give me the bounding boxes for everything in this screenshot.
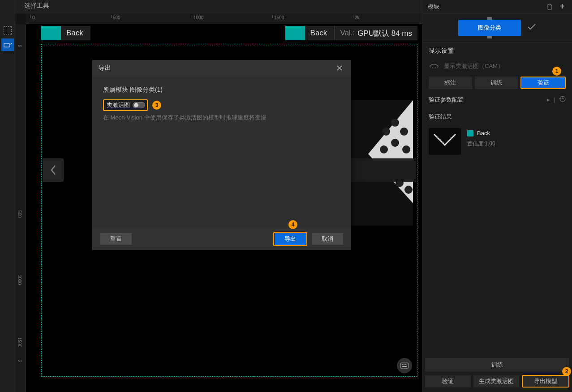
keyboard-icon[interactable]	[397, 358, 412, 373]
class-color-swatch	[285, 26, 305, 40]
show-cam-row[interactable]: 显示类激活图（CAM）	[422, 60, 572, 77]
svg-point-6	[391, 139, 399, 147]
svg-point-5	[382, 128, 390, 136]
history-icon[interactable]	[559, 95, 566, 104]
cancel-button[interactable]: 取消	[312, 233, 343, 245]
class-color-swatch	[41, 26, 61, 40]
svg-point-3	[391, 119, 399, 127]
svg-point-13	[404, 186, 413, 194]
annotation-4: 4	[288, 220, 297, 229]
ruler-vertical: 0 500 1000 1500 2	[15, 24, 26, 392]
reset-button[interactable]: 重置	[100, 233, 132, 245]
svg-rect-15	[402, 364, 403, 365]
annotation-3: 3	[152, 101, 161, 110]
svg-rect-14	[400, 363, 409, 368]
tab-verify[interactable]: 验证	[520, 77, 566, 89]
image-canvas[interactable]: Back Back Val.: GPU默认 84 ms	[26, 24, 422, 392]
divider: |	[554, 96, 555, 103]
svg-point-7	[402, 145, 410, 153]
svg-rect-0	[4, 43, 9, 47]
module-panel-title: 模块	[428, 3, 542, 11]
class-badge-left: Back	[41, 26, 90, 40]
svg-point-20	[437, 136, 439, 138]
ruler-horizontal: 0 500 1000 1500 2k	[26, 13, 422, 24]
export-model-button[interactable]: 导出模型	[522, 375, 569, 388]
eye-off-icon	[429, 63, 439, 69]
module-type-button[interactable]: 图像分类	[458, 20, 521, 36]
svg-point-22	[443, 142, 444, 143]
verify-result-item: Back 置信度:1.00	[422, 124, 572, 159]
trash-icon[interactable]	[545, 2, 554, 11]
svg-point-4	[400, 128, 408, 136]
view-tool-icon[interactable]	[1, 38, 14, 51]
svg-point-21	[440, 139, 441, 141]
tab-train[interactable]: 训练	[475, 77, 518, 89]
train-button[interactable]: 训练	[425, 358, 569, 371]
svg-rect-18	[402, 366, 407, 367]
result-class-label: Back	[477, 130, 490, 136]
canvas-header: 选择工具	[15, 0, 422, 13]
display-settings-header: 显示设置	[422, 42, 572, 60]
cam-toggle[interactable]: 类激活图	[103, 99, 148, 111]
close-icon[interactable]	[334, 63, 345, 73]
annotation-2: 2	[562, 367, 571, 376]
svg-rect-17	[405, 364, 406, 365]
left-toolbar	[0, 0, 15, 392]
cam-hint-text: 在 Mech-Vision 中使用保存了类激活图的模型时推理速度将变慢	[103, 114, 340, 122]
result-thumbnail	[429, 128, 461, 155]
prev-image-button[interactable]	[43, 158, 64, 182]
tab-label[interactable]: 标注	[429, 77, 472, 89]
dialog-title: 导出	[99, 64, 334, 72]
export-dialog: 导出 所属模块 图像分类(1) 类激活图 3	[92, 60, 351, 250]
generate-cam-button[interactable]: 生成类激活图	[473, 375, 519, 388]
class-color-swatch	[467, 130, 473, 136]
svg-point-23	[447, 141, 448, 142]
plus-icon[interactable]: +	[558, 2, 567, 11]
svg-rect-16	[404, 364, 404, 365]
chevron-right-icon: ▸	[547, 96, 550, 103]
export-button[interactable]: 导出	[275, 233, 306, 245]
verify-button[interactable]: 验证	[425, 375, 471, 388]
check-icon	[527, 23, 536, 33]
annotation-1: 1	[552, 67, 561, 76]
module-section-label: 所属模块 图像分类(1)	[103, 86, 340, 94]
svg-point-24	[451, 137, 452, 139]
validation-info: Val.: GPU默认 84 ms	[334, 26, 417, 40]
svg-point-8	[380, 145, 388, 153]
class-badge-right: Back	[285, 26, 335, 40]
verify-result-header: 验证结果	[422, 110, 572, 124]
verify-config-row[interactable]: 验证参数配置 ▸ |	[422, 89, 572, 110]
marquee-tool-icon[interactable]	[1, 24, 14, 37]
confidence-text: 置信度:1.00	[467, 140, 495, 148]
